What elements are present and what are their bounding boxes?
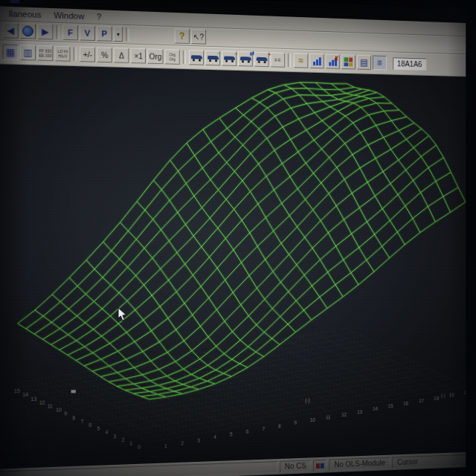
svg-text:14: 14	[22, 392, 28, 397]
svg-text:1: 1	[164, 443, 167, 448]
svg-text:3: 3	[197, 437, 200, 443]
context-help-button[interactable]: ↖?	[191, 29, 206, 45]
car-read-icon: ←	[208, 54, 219, 61]
svg-text:10: 10	[310, 417, 315, 422]
svg-text:7: 7	[263, 426, 266, 431]
percent-button[interactable]: %	[97, 47, 112, 62]
ecu-write-button[interactable]: →	[222, 51, 237, 66]
hex-line2: EE 333	[39, 53, 51, 58]
menu-window[interactable]: Window	[48, 10, 90, 22]
bar-chart-icon	[313, 57, 321, 65]
toolbar-separator	[74, 47, 77, 61]
svg-text:7: 7	[81, 419, 84, 424]
view-hex-button[interactable]: FF 333 EE 333	[37, 45, 54, 61]
svg-text:(-): (-)	[441, 393, 446, 399]
scope-button[interactable]: ≈	[294, 53, 308, 68]
globe-icon	[22, 25, 33, 36]
menu-help[interactable]: ?	[91, 11, 107, 22]
svg-text:16: 16	[403, 401, 408, 406]
svg-text:15: 15	[388, 404, 393, 409]
svg-text:3: 3	[114, 434, 117, 439]
view-f-button[interactable]: F	[62, 25, 78, 40]
toolbar-spacer	[131, 34, 173, 36]
toolbar-separator	[126, 28, 129, 41]
help-button[interactable]: ?	[175, 28, 190, 44]
ecu-sync-button[interactable]: ⇄	[238, 51, 253, 67]
svg-text:19: 19	[449, 393, 454, 398]
original-button[interactable]: Org	[147, 48, 163, 64]
car-mark-icon: •	[256, 56, 267, 62]
car-icon	[191, 54, 202, 61]
toolbar-separator	[288, 54, 291, 67]
svg-text:10: 10	[56, 408, 62, 413]
svg-text:6: 6	[89, 422, 92, 428]
map-3d-surface[interactable]: 1514131211109876543210123456789101112131…	[0, 64, 466, 469]
color-squares-icon	[344, 57, 353, 66]
svg-text:0: 0	[138, 445, 141, 450]
properties-button[interactable]: ≡	[373, 55, 387, 70]
svg-text:12: 12	[341, 412, 347, 417]
chart-bars-button[interactable]	[309, 54, 324, 68]
status-cursor: Cursor	[392, 454, 466, 469]
view-v-button[interactable]: V	[80, 25, 95, 41]
svg-text:2: 2	[181, 440, 184, 446]
view-values-button[interactable]: ▥	[20, 45, 36, 60]
svg-text:4: 4	[106, 430, 109, 435]
axis-marker	[71, 390, 76, 393]
svg-text:9: 9	[295, 420, 298, 425]
factor-button[interactable]: ×1	[131, 48, 147, 64]
sign-button[interactable]: +/-	[80, 47, 95, 62]
view-p-button[interactable]: P	[97, 26, 112, 42]
toolbar-separator	[183, 51, 186, 64]
menu-miscellaneous[interactable]: llaneous	[3, 8, 46, 21]
car-write-icon: →	[224, 55, 235, 62]
svg-text:6: 6	[246, 429, 249, 434]
floor-grid	[18, 327, 466, 446]
view-dropdown-button[interactable]: ▼	[114, 26, 123, 42]
browser-button[interactable]	[20, 23, 36, 39]
view-hilo-button[interactable]: LO HI HILO	[55, 46, 71, 62]
nav-back-button[interactable]: ◀	[2, 22, 18, 38]
svg-text:11: 11	[48, 404, 53, 409]
svg-text:2: 2	[122, 437, 125, 443]
view-2d-button[interactable]: ▦	[2, 44, 18, 60]
org-line2: Org	[169, 57, 175, 61]
monitor-screen: llaneous Window ? ◀ ▶ F V P ▼ ? ↖? ▦ ▥ F…	[0, 0, 466, 476]
map-view-area: 1514131211109876543210123456789101112131…	[0, 64, 466, 469]
svg-text:(-): (-)	[305, 398, 309, 404]
axis-labels: 1514131211109876543210123456789101112131…	[14, 378, 466, 454]
status-no-cs: No CS	[280, 460, 311, 472]
difference-button[interactable]: Δ	[114, 48, 129, 63]
mouse-cursor	[118, 307, 128, 323]
module-red-icon	[316, 463, 320, 468]
ecu-car-button[interactable]	[189, 50, 204, 65]
svg-text:11: 11	[326, 414, 331, 419]
svg-text:9: 9	[64, 411, 67, 416]
nav-forward-button[interactable]: ▶	[37, 24, 53, 39]
status-ols-module: No OLS-Module	[329, 457, 390, 472]
toolbar-separator	[57, 25, 60, 39]
svg-text:13: 13	[31, 396, 37, 401]
org-org-button[interactable]: Org Org	[165, 49, 180, 65]
list-view-button[interactable]: ▤	[357, 55, 371, 70]
ecu-read-button[interactable]: ←	[205, 51, 220, 66]
svg-text:13: 13	[357, 409, 362, 414]
svg-text:18: 18	[434, 396, 439, 401]
car-sync-icon: ⇄	[240, 56, 251, 62]
svg-text:17: 17	[419, 398, 424, 403]
svg-text:4: 4	[213, 434, 216, 440]
svg-text:8: 8	[72, 415, 75, 420]
svg-text:15: 15	[14, 388, 20, 393]
svg-text:14: 14	[373, 406, 378, 411]
ecu-mark-button[interactable]: •	[254, 52, 269, 67]
svg-text:12: 12	[39, 399, 45, 405]
chart-disabled-button[interactable]: ✗	[326, 54, 340, 69]
map-id-field: 18A1A6	[393, 57, 426, 71]
ecu-eprom-button[interactable]: E-E	[271, 52, 286, 67]
quad-colors-button[interactable]	[341, 54, 356, 69]
svg-text:5: 5	[97, 426, 100, 431]
status-module-icon	[313, 460, 327, 472]
svg-text:5: 5	[230, 432, 233, 437]
module-blue-icon	[321, 463, 324, 468]
app-icon	[10, 0, 20, 4]
